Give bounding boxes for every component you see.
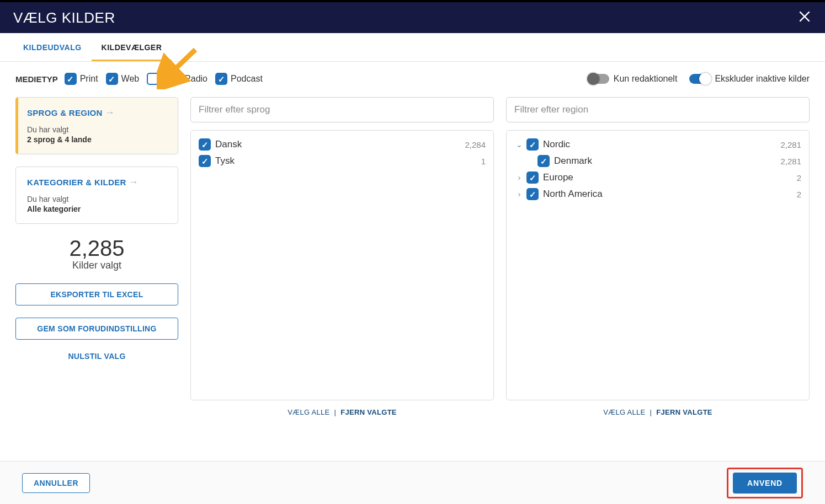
chevron-right-icon[interactable]: › bbox=[514, 173, 524, 182]
language-listbox: Dansk 2,284 Tysk 1 bbox=[190, 130, 494, 400]
list-item-count: 2,281 bbox=[780, 157, 801, 166]
card-sprog-region-title: SPROG & REGION bbox=[27, 108, 103, 117]
tab-kildeudvalg[interactable]: KILDEUDVALG bbox=[13, 33, 92, 61]
card-kategorier-kilder[interactable]: KATEGORIER & KILDER→ Du har valgt Alle k… bbox=[15, 167, 178, 224]
modal-footer: ANNULLER ANVEND bbox=[0, 461, 825, 504]
card-kategorier-sub2: Alle kategorier bbox=[27, 205, 167, 213]
region-listbox: ⌄ Nordic 2,281 Denmark 2,281 › Europe 2 … bbox=[506, 130, 810, 400]
checkbox-tvradio-label: TV & Radio bbox=[162, 74, 207, 84]
selected-count-label: Kilder valgt bbox=[15, 260, 178, 271]
arrow-right-icon: → bbox=[129, 177, 139, 187]
list-item[interactable]: Denmark 2,281 bbox=[513, 153, 802, 169]
checkbox-region-nordic[interactable] bbox=[526, 138, 539, 151]
checkbox-podcast[interactable] bbox=[215, 73, 227, 85]
language-column: Dansk 2,284 Tysk 1 VÆLG ALLE|FJERN VALGT… bbox=[190, 97, 494, 416]
list-item-label: Europe bbox=[543, 172, 797, 183]
list-item-count: 2 bbox=[797, 190, 801, 199]
cancel-button[interactable]: ANNULLER bbox=[22, 473, 90, 493]
card-sprog-region-sub1: Du har valgt bbox=[27, 125, 167, 134]
checkbox-podcast-label: Podcast bbox=[231, 74, 263, 84]
list-item-count: 2,281 bbox=[780, 140, 801, 149]
region-column: ⌄ Nordic 2,281 Denmark 2,281 › Europe 2 … bbox=[506, 97, 810, 416]
chevron-right-icon[interactable]: › bbox=[514, 190, 524, 199]
list-item-label: Tysk bbox=[215, 156, 481, 167]
tab-bar: KILDEUDVALG KILDEVÆLGER bbox=[0, 33, 825, 62]
chevron-down-icon[interactable]: ⌄ bbox=[514, 140, 524, 149]
selected-count: 2,285 bbox=[15, 236, 178, 261]
list-item[interactable]: › North America 2 bbox=[513, 186, 802, 202]
filter-region-input[interactable] bbox=[506, 97, 810, 122]
apply-button[interactable]: ANVEND bbox=[733, 473, 797, 494]
list-item[interactable]: Tysk 1 bbox=[198, 153, 487, 169]
mediatype-label: MEDIETYP bbox=[15, 74, 58, 84]
checkbox-web[interactable] bbox=[106, 73, 118, 85]
toolbar: MEDIETYP Print Web TV & Radio Podcast Ku… bbox=[0, 62, 825, 92]
checkbox-lang-tysk[interactable] bbox=[199, 155, 211, 167]
list-item-count: 1 bbox=[481, 157, 486, 166]
apply-highlight: ANVEND bbox=[727, 468, 803, 498]
save-preset-button[interactable]: GEM SOM FORUDINDSTILLING bbox=[15, 318, 178, 340]
toggle-editorial-label: Kun redaktionelt bbox=[614, 74, 678, 84]
select-all-region-link[interactable]: VÆLG ALLE bbox=[603, 408, 645, 416]
tab-kildevaelger[interactable]: KILDEVÆLGER bbox=[92, 33, 172, 61]
toggle-exclude-inactive-label: Ekskluder inaktive kilder bbox=[715, 74, 810, 84]
remove-selected-region-link[interactable]: FJERN VALGTE bbox=[656, 408, 712, 416]
checkbox-region-denmark[interactable] bbox=[537, 155, 550, 167]
checkbox-region-europe[interactable] bbox=[526, 171, 539, 184]
checkbox-print-label: Print bbox=[80, 74, 98, 84]
toggle-editorial[interactable] bbox=[588, 74, 609, 84]
list-item-count: 2,284 bbox=[465, 140, 486, 149]
list-item-label: Denmark bbox=[554, 156, 780, 167]
filter-language-input[interactable] bbox=[190, 97, 494, 122]
card-kategorier-sub1: Du har valgt bbox=[27, 195, 167, 203]
checkbox-lang-dansk[interactable] bbox=[199, 138, 211, 151]
sidebar: SPROG & REGION→ Du har valgt 2 sprog & 4… bbox=[15, 97, 178, 416]
checkbox-web-label: Web bbox=[121, 74, 140, 84]
reset-selection-link[interactable]: NULSTIL VALG bbox=[15, 352, 178, 361]
toggle-exclude-inactive[interactable] bbox=[689, 74, 710, 84]
remove-selected-lang-link[interactable]: FJERN VALGTE bbox=[340, 408, 397, 416]
card-kategorier-title: KATEGORIER & KILDER bbox=[27, 178, 126, 187]
list-item-label: North America bbox=[543, 189, 797, 200]
checkbox-region-north-america[interactable] bbox=[526, 188, 539, 200]
checkbox-tvradio[interactable] bbox=[147, 73, 159, 85]
export-excel-button[interactable]: EKSPORTER TIL EXCEL bbox=[15, 283, 178, 305]
list-item[interactable]: ⌄ Nordic 2,281 bbox=[513, 136, 802, 153]
list-item-count: 2 bbox=[797, 173, 801, 183]
list-item[interactable]: Dansk 2,284 bbox=[198, 136, 487, 153]
checkbox-print[interactable] bbox=[65, 73, 77, 85]
close-icon[interactable] bbox=[797, 9, 812, 26]
card-sprog-region[interactable]: SPROG & REGION→ Du har valgt 2 sprog & 4… bbox=[15, 97, 178, 154]
list-item[interactable]: › Europe 2 bbox=[513, 169, 802, 186]
list-item-label: Dansk bbox=[215, 139, 465, 150]
modal-title: VÆLG KILDER bbox=[13, 9, 115, 26]
card-sprog-region-sub2: 2 sprog & 4 lande bbox=[27, 135, 167, 144]
list-item-label: Nordic bbox=[543, 139, 780, 150]
modal-header: VÆLG KILDER bbox=[0, 2, 825, 33]
arrow-right-icon: → bbox=[105, 108, 115, 117]
select-all-lang-link[interactable]: VÆLG ALLE bbox=[288, 408, 329, 416]
